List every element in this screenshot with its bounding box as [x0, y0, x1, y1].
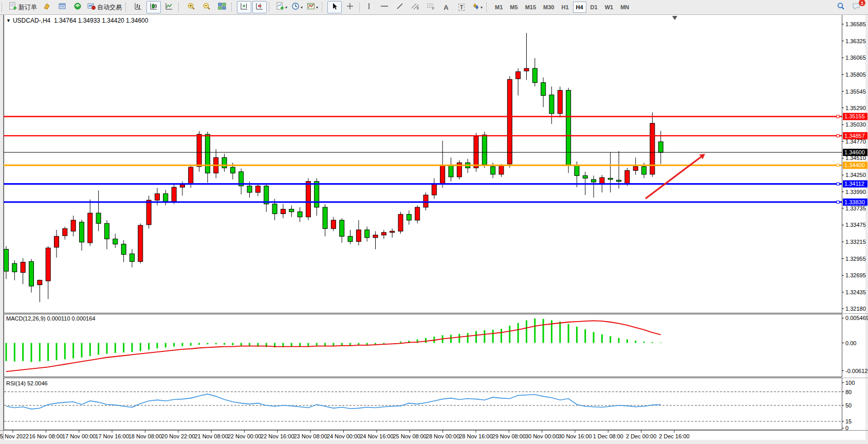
new-order-label: 新订单 [19, 3, 37, 12]
time-tick-label: 18 Nov 08:00 [128, 433, 162, 439]
price-tick-label: 1.32955 [845, 256, 866, 262]
candle-body [600, 177, 604, 183]
candle-body [423, 195, 428, 207]
candle-body [323, 207, 327, 228]
candle-body [398, 215, 403, 232]
candle-body [516, 72, 521, 79]
horizontal-line-icon [380, 2, 389, 12]
chart-shift-button[interactable] [252, 1, 267, 13]
timeframe-m5-button[interactable]: M5 [507, 2, 521, 13]
timeframe-h4-button[interactable]: H4 [573, 2, 586, 13]
candle-body [104, 223, 109, 239]
market-watch-button[interactable] [40, 1, 54, 13]
candle-body [642, 167, 647, 174]
timeframe-m30-button[interactable]: M30 [540, 2, 557, 13]
price-tick-label: 1.35805 [845, 72, 866, 78]
time-tick-label: 2 Dec 00:00 [626, 433, 656, 439]
text-tool-icon: A [444, 4, 448, 11]
text-label-button[interactable]: T [454, 1, 469, 13]
cursor-button[interactable] [327, 1, 342, 13]
indicators-dropdown-caret: ▾ [285, 5, 287, 10]
autotrading-icon [87, 2, 96, 12]
channel-glyph: E [417, 6, 419, 10]
chart-shift-icon [255, 2, 264, 12]
candlestick-chart-icon [150, 2, 158, 12]
toolbar-drag-handle[interactable] [125, 3, 128, 12]
bar-chart-button[interactable] [131, 1, 145, 13]
vertical-line-button[interactable] [362, 1, 376, 13]
candle-body [4, 249, 9, 271]
candle-body [658, 142, 663, 153]
time-tick-label: 21 Nov 08:00 [194, 433, 228, 439]
autotrading-button[interactable]: 自动交易 [86, 1, 123, 13]
candle-body [71, 220, 76, 231]
data-window-button[interactable] [55, 1, 69, 13]
arrows-button[interactable]: ▾ [470, 1, 484, 13]
chart-canvas[interactable]: 1.365851.363251.360651.358051.355451.352… [0, 14, 868, 444]
candle-body [331, 220, 336, 228]
toolbar: 新订单 自动交易 [0, 0, 868, 15]
price-tick-label: 1.33475 [845, 222, 866, 228]
horizontal-line-button[interactable] [377, 1, 392, 13]
timeframe-mn-button[interactable]: MN [617, 2, 632, 13]
timeframe-m1-button[interactable]: M1 [492, 2, 506, 13]
timeframe-d1-button[interactable]: D1 [587, 2, 601, 13]
candle-body [21, 262, 25, 273]
time-tick-label: 23 Nov 08:00 [293, 433, 327, 439]
rsi-tick-label: 0 [845, 425, 848, 431]
equidistant-channel-button[interactable]: E [408, 1, 422, 13]
candle-body [625, 170, 630, 183]
toolbar-drag-handle[interactable] [178, 3, 181, 12]
candle-body [146, 200, 151, 225]
time-tick-label: 17 Nov 16:00 [95, 433, 128, 439]
text-button[interactable]: A [439, 1, 453, 13]
one-click-collapse-icon[interactable]: ▼ [6, 18, 11, 23]
text-label-icon: T [458, 4, 465, 11]
timeframe-h1-button[interactable]: H1 [558, 2, 571, 13]
notifications-button[interactable]: 1 [849, 1, 863, 13]
autotrading-label: 自动交易 [97, 3, 122, 12]
toolbar-drag-handle[interactable] [269, 3, 271, 12]
templates-button[interactable]: ▾ [305, 1, 320, 13]
candle-body [592, 180, 596, 182]
time-tick-label: 24 Nov 00:00 [327, 433, 360, 439]
fibonacci-button[interactable]: F [423, 1, 438, 13]
time-tick-label: 15 Nov 2022 [0, 433, 29, 439]
candle-body [298, 212, 302, 217]
hline-label: 1.34400 [844, 162, 865, 168]
toolbar-drag-handle[interactable] [486, 3, 489, 12]
window-bottom-edge [0, 440, 868, 444]
candle-body [608, 178, 613, 180]
timeframe-m15-button[interactable]: M15 [522, 2, 539, 13]
toolbar-drag-handle[interactable] [231, 3, 234, 12]
macd-tick-label: 0.00 [845, 340, 856, 346]
price-tick-label: 1.33215 [845, 239, 866, 245]
candle-body [163, 194, 168, 202]
strategy-tester-button[interactable] [70, 1, 85, 13]
candle-body [222, 157, 227, 168]
zoom-out-button[interactable] [199, 1, 214, 13]
line-chart-button[interactable] [162, 1, 176, 13]
auto-scroll-button[interactable] [237, 1, 251, 13]
candle-body [373, 235, 378, 238]
periods-button[interactable]: ▾ [290, 1, 304, 13]
candlestick-chart-button[interactable] [146, 1, 161, 13]
chart-window: 1.365851.363251.360651.358051.355451.352… [0, 14, 868, 444]
candle-body [189, 167, 193, 184]
trendline-button[interactable] [393, 1, 407, 13]
window-right-edge [865, 14, 868, 444]
tile-windows-button[interactable] [215, 1, 229, 13]
indicators-button[interactable]: ▾ [274, 1, 289, 13]
time-tick-label: 29 Nov 08:00 [492, 433, 526, 439]
zoom-in-button[interactable] [184, 1, 198, 13]
zoom-out-icon [202, 2, 211, 13]
new-order-button[interactable]: 新订单 [7, 1, 39, 13]
toolbar-drag-handle[interactable] [322, 3, 324, 12]
timeframe-w1-button[interactable]: W1 [602, 2, 617, 13]
crosshair-button[interactable] [343, 1, 357, 13]
toolbar-drag-handle[interactable] [2, 3, 4, 12]
candle-body [524, 68, 529, 71]
candle-body [264, 186, 269, 204]
search-button[interactable] [834, 1, 848, 13]
periods-clock-icon [291, 2, 300, 12]
